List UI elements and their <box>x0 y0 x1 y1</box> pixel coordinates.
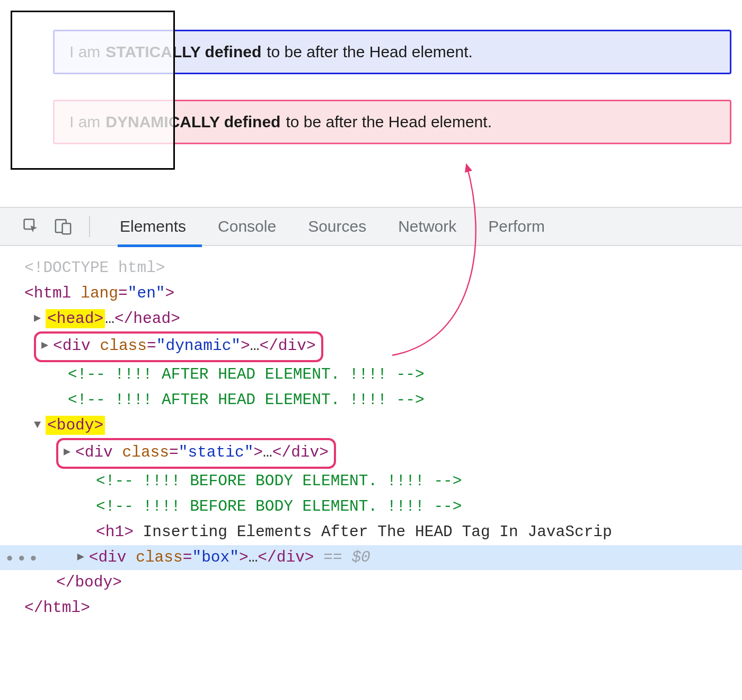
svg-rect-2 <box>63 223 71 234</box>
dom-doctype[interactable]: <!DOCTYPE html> <box>0 256 742 281</box>
toolbar-separator <box>89 216 90 237</box>
dom-html-close[interactable]: </html> <box>0 596 742 621</box>
dynamic-banner-suffix: to be after the Head element. <box>286 113 492 131</box>
collapse-caret-icon[interactable] <box>34 416 46 435</box>
static-banner-strong: STATICALLY defined <box>105 43 261 61</box>
dom-h1[interactable]: <h1> Inserting Elements After The HEAD T… <box>0 520 742 545</box>
expand-caret-icon[interactable] <box>64 443 75 462</box>
devtools-tabs: Elements Console Sources Network Perform <box>119 217 546 235</box>
dynamic-banner-prefix: I am <box>69 113 100 131</box>
device-toolbar-icon[interactable] <box>54 217 72 235</box>
dom-box-div-selected[interactable]: ••• <div class="box">…</div> == $0 <box>0 545 742 571</box>
expand-caret-icon[interactable] <box>34 309 46 328</box>
expand-caret-icon[interactable] <box>41 336 53 355</box>
devtools-tabbar: Elements Console Sources Network Perform <box>0 207 742 246</box>
static-banner-suffix: to be after the Head element. <box>267 43 473 61</box>
page-preview: I am STATICALLY defined to be after the … <box>0 0 742 207</box>
expand-caret-icon[interactable] <box>77 548 89 567</box>
tab-elements[interactable]: Elements <box>119 217 187 235</box>
dom-body-close[interactable]: </body> <box>0 570 742 596</box>
tab-performance[interactable]: Perform <box>487 217 546 235</box>
dom-comment-before-body-2[interactable]: <!-- !!!! BEFORE BODY ELEMENT. !!!! --> <box>0 494 742 520</box>
dom-comment-before-body-1[interactable]: <!-- !!!! BEFORE BODY ELEMENT. !!!! --> <box>0 469 742 494</box>
dom-comment-after-head-1[interactable]: <!-- !!!! AFTER HEAD ELEMENT. !!!! --> <box>0 362 742 388</box>
dynamic-banner-strong: DYNAMICALLY defined <box>105 113 280 131</box>
static-banner-prefix: I am <box>69 43 100 61</box>
tab-sources[interactable]: Sources <box>307 217 367 235</box>
tab-network[interactable]: Network <box>397 217 457 235</box>
tab-console[interactable]: Console <box>217 217 277 235</box>
inspect-element-icon[interactable] <box>22 217 40 235</box>
dynamic-banner: I am DYNAMICALLY defined to be after the… <box>53 100 731 144</box>
dom-head[interactable]: <head>…</head> <box>0 307 742 332</box>
static-banner: I am STATICALLY defined to be after the … <box>53 30 731 74</box>
dom-body-open[interactable]: <body> <box>0 413 742 439</box>
elements-dom-tree[interactable]: <!DOCTYPE html> <html lang="en"> <head>…… <box>0 246 742 642</box>
dom-comment-after-head-2[interactable]: <!-- !!!! AFTER HEAD ELEMENT. !!!! --> <box>0 388 742 413</box>
dom-static-div[interactable]: <div class="static">…</div> <box>0 438 742 469</box>
dom-html-open[interactable]: <html lang="en"> <box>0 281 742 307</box>
dom-dynamic-div[interactable]: <div class="dynamic">…</div> <box>0 331 742 362</box>
